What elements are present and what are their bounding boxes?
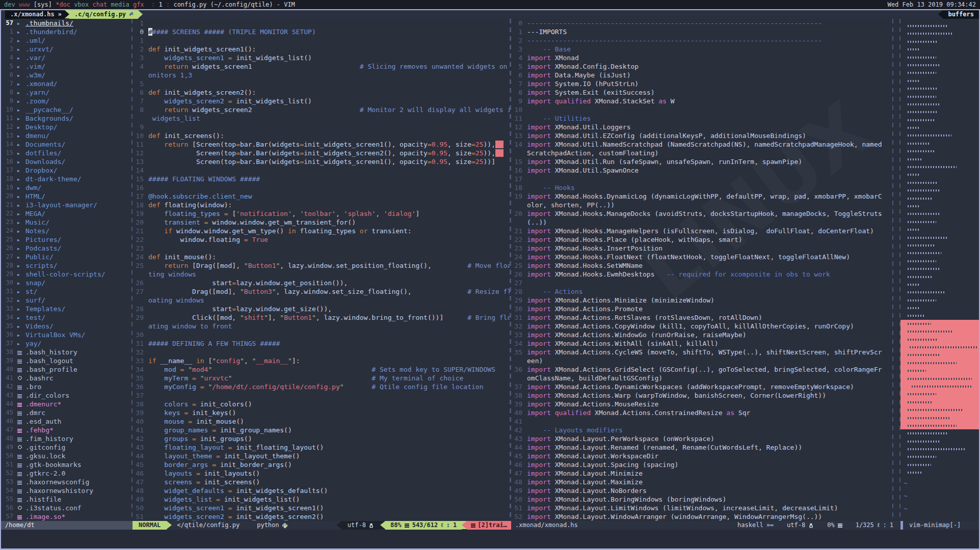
tree-item[interactable]: 35▶Videos/ [1, 322, 131, 331]
tree-item[interactable]: 57▶.thumbnails/ [1, 19, 131, 28]
buffers-label[interactable]: buffers [943, 10, 979, 19]
workspace-chat[interactable]: chat [92, 1, 111, 8]
workspace-dev[interactable]: dev [4, 1, 19, 8]
tree-item[interactable]: 32▶surf/ [1, 296, 131, 305]
tree-item[interactable]: 34▶test/ [1, 313, 131, 322]
tree-item[interactable]: 1▶.thunderbird/ [1, 28, 131, 36]
tree-item[interactable]: 14▶Documents/ [1, 140, 131, 149]
vim-window: .x/xmonad.hs» .c/q/config.py buffers 57▶… [0, 9, 980, 550]
tree-item[interactable]: 52.gtkrc-2.0 [1, 469, 131, 478]
tree-item[interactable]: 9▶.zoom/ [1, 97, 131, 105]
tree-item-label: .yarn/ [25, 88, 49, 97]
editor-config-py[interactable]: 10##### SCREENS ##### (TRIPLE MONITOR SE… [133, 19, 510, 521]
tree-item[interactable]: 39.bash_logout [1, 356, 131, 365]
tree-item[interactable]: 28▶scripts/ [1, 261, 131, 270]
code-line: 42 -- Layouts modifiers [511, 426, 892, 434]
tree-item[interactable]: 50.gksu.lock [1, 452, 131, 460]
tree-item[interactable]: 43.dir_colors [1, 391, 131, 400]
code-line: 28 -- Actions [511, 287, 892, 296]
tree-item[interactable]: 55.histfile [1, 495, 131, 504]
code-line: 23import XMonad.Hooks.InsertPosition [511, 244, 892, 253]
tree-item[interactable]: 21▶i3-layout-manager/ [1, 201, 131, 209]
tree-item[interactable]: 47.fehbg* [1, 426, 131, 434]
file-tree[interactable]: 57▶.thumbnails/1▶.thunderbird/2▶.uml/3▶.… [1, 19, 131, 521]
file-lines-icon [17, 512, 25, 521]
workspace-gfx[interactable]: gfx [133, 1, 148, 8]
minimap-line [900, 61, 979, 69]
tree-item-label: .gtkrc-2.0 [25, 469, 65, 478]
code-line: 36 myConfig = "/home/dt/.config/qtile/co… [133, 382, 510, 391]
tree-item[interactable]: 48.fim_history [1, 434, 131, 443]
tree-item[interactable]: 49.gitconfig [1, 443, 131, 452]
window-separator[interactable] [892, 19, 900, 521]
tree-item[interactable]: 56.i3status.conf [1, 504, 131, 512]
tree-item[interactable]: 2▶.uml/ [1, 36, 131, 45]
tree-item[interactable]: 37▶yay/ [1, 339, 131, 348]
tree-item[interactable]: 18▶dt-dark-theme/ [1, 175, 131, 183]
tree-item[interactable]: 7▶.xmonad/ [1, 79, 131, 88]
tree-item[interactable]: 22▶MEGA/ [1, 209, 131, 218]
tree-item[interactable]: 41.bashrc [1, 374, 131, 382]
code-line: 12import XMonad.Util.Loggers [511, 123, 892, 131]
file-lines-icon [17, 426, 25, 434]
code-line: 49 widgets_list = init_widgets_list() [133, 495, 510, 504]
tree-item[interactable]: 5▶.vim/ [1, 62, 131, 71]
code-line: (..)) [511, 218, 892, 227]
tab-config-py[interactable]: .c/q/config.py [69, 10, 138, 19]
tree-item[interactable]: 12▶Desktop/ [1, 123, 131, 131]
tree-item[interactable]: 8▶.yarn/ [1, 88, 131, 97]
tree-item[interactable]: 36▶VirtualBox VMs/ [1, 331, 131, 339]
workspace-sys[interactable]: [sys] [34, 1, 56, 8]
minimap-line [900, 108, 979, 116]
tree-item[interactable]: 20▶HTML/ [1, 192, 131, 201]
tree-item[interactable]: 30▶snap/ [1, 279, 131, 287]
tree-item[interactable]: 44.dmenurc* [1, 400, 131, 408]
tree-item[interactable]: 40.bash_profile [1, 365, 131, 374]
tree-item[interactable]: 6▶.w3m/ [1, 71, 131, 79]
command-line[interactable] [1, 530, 979, 548]
tree-item-label: Notes/ [25, 227, 49, 235]
tree-item[interactable]: 38.bash_history [1, 348, 131, 356]
tree-item[interactable]: 27▶Public/ [1, 253, 131, 261]
tree-item[interactable]: 53.haxornewsconfig [1, 478, 131, 486]
tree-item[interactable]: 16▶Downloads/ [1, 157, 131, 166]
tab-xmonad-hs[interactable]: .x/xmonad.hs» [5, 10, 65, 19]
tree-item[interactable]: 19▶dwm/ [1, 183, 131, 192]
tree-item-label: .xmonad/ [25, 79, 58, 88]
tree-item[interactable]: 24▶Notes/ [1, 227, 131, 235]
tree-item[interactable]: 54.haxornewshistory [1, 486, 131, 495]
tree-item[interactable]: 11▶Backgrounds/ [1, 114, 131, 123]
tree-item[interactable]: 51.gtk-bookmarks [1, 460, 131, 469]
tree-item[interactable]: 42.bro [1, 382, 131, 391]
tree-item-label: dotfiles/ [25, 149, 61, 157]
tree-item[interactable]: 17▶Dropbox/ [1, 166, 131, 175]
minimap-pane[interactable]: ~~~~~ [900, 19, 979, 521]
tab-label: .x/xmonad.hs [10, 10, 55, 19]
workspace-list[interactable]: dev www [sys] *doc vbox chat media gfx :… [4, 0, 295, 9]
tree-item[interactable]: 23▶Music/ [1, 218, 131, 227]
tree-item[interactable]: 33▶Templates/ [1, 305, 131, 313]
workspace-doc[interactable]: *doc [56, 1, 74, 8]
tree-item[interactable]: 4▶.var/ [1, 53, 131, 62]
tree-item[interactable]: 25▶Pictures/ [1, 235, 131, 244]
workspace-vbox[interactable]: vbox [74, 1, 92, 8]
tree-item[interactable]: 45.dmrc [1, 408, 131, 417]
tree-item-label: .bash_history [25, 348, 77, 356]
tree-item[interactable]: 46.esd_auth [1, 417, 131, 426]
workspace-www[interactable]: www [19, 1, 34, 8]
editor-xmonad-hs[interactable]: 0---------------------------------------… [511, 19, 892, 521]
empty-line-tilde: ~ [900, 489, 979, 502]
workspace-media[interactable]: media [111, 1, 133, 8]
tree-item[interactable]: 13▶dmenu/ [1, 131, 131, 140]
file-lines-icon [17, 460, 25, 469]
tree-item[interactable]: 26▶Podcasts/ [1, 244, 131, 253]
tree-item[interactable]: 31▶st/ [1, 287, 131, 296]
tree-item[interactable]: 10▶__pycache__/ [1, 105, 131, 114]
tree-item[interactable]: 3▶.urxvt/ [1, 45, 131, 53]
code-line: 14import XMonad.Util.NamedScratchpad (Na… [511, 140, 892, 149]
tree-item[interactable]: 57.image.so* [1, 512, 131, 521]
minimap-line [900, 116, 979, 124]
tree-item-label: .haxornewsconfig [25, 478, 89, 486]
tree-item[interactable]: 29▶shell-color-scripts/ [1, 270, 131, 279]
tree-item[interactable]: 15▶dotfiles/ [1, 149, 131, 157]
